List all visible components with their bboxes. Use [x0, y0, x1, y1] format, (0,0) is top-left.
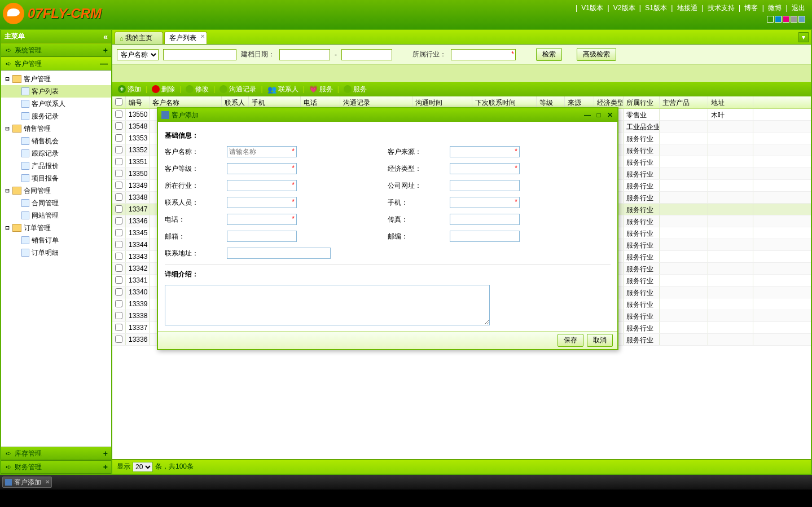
close-icon[interactable]: ✕ [606, 111, 614, 119]
econ-input[interactable] [450, 163, 520, 174]
taskbar-item[interactable]: 客户添加 ✕ [2, 477, 52, 488]
col-next[interactable]: 下次联系时间 [472, 96, 537, 108]
toolbar-button[interactable]: 删除 [150, 85, 177, 94]
row-checkbox[interactable] [115, 170, 122, 177]
menu-section-system[interactable]: ➪ 系统管理 + [1, 43, 111, 57]
row-checkbox[interactable] [115, 193, 122, 201]
pagesize-select[interactable]: 20 [133, 462, 153, 472]
date-from-input[interactable] [279, 49, 330, 60]
row-checkbox[interactable] [115, 146, 122, 153]
website-input[interactable] [450, 180, 520, 191]
top-link[interactable]: 技术支持 [706, 4, 736, 12]
tree-item[interactable]: 跟踪记录 [1, 147, 111, 160]
minimize-icon[interactable]: — [583, 111, 591, 119]
detail-textarea[interactable] [165, 285, 490, 325]
col-addr[interactable]: 地址 [708, 96, 753, 108]
save-button[interactable]: 保存 [558, 334, 583, 347]
zip-input[interactable] [450, 231, 520, 242]
tree-item[interactable]: 客户联系人 [1, 98, 111, 110]
row-checkbox[interactable] [115, 111, 122, 118]
row-checkbox[interactable] [115, 312, 122, 319]
source-input[interactable] [450, 146, 520, 157]
tree-item[interactable]: 订单明细 [1, 246, 111, 259]
tree-item[interactable]: 产品报价 [1, 160, 111, 172]
select-all-checkbox[interactable] [115, 98, 122, 105]
contact-input[interactable] [227, 197, 297, 208]
collapse-sidebar-icon[interactable]: « [103, 32, 108, 41]
top-link[interactable]: 博客 [743, 4, 759, 12]
col-name[interactable]: 客户名称 [150, 96, 222, 108]
top-link[interactable]: S1版本 [644, 4, 668, 12]
advanced-search-button[interactable]: 高级检索 [577, 48, 616, 61]
row-checkbox[interactable] [115, 229, 122, 236]
cancel-button[interactable]: 取消 [587, 334, 613, 347]
tree-item[interactable]: 销售订单 [1, 234, 111, 246]
col-time[interactable]: 沟通时间 [412, 96, 472, 108]
top-link[interactable]: V1版本 [580, 4, 604, 12]
expand-icon[interactable]: + [103, 462, 108, 471]
top-link[interactable]: 微博 [767, 4, 783, 12]
tree-item[interactable]: 合同管理 [1, 197, 111, 209]
row-checkbox[interactable] [115, 336, 122, 343]
col-econ[interactable]: 经济类型 [594, 96, 624, 108]
tab-close-icon[interactable]: ✕ [200, 33, 205, 39]
expand-icon[interactable]: + [103, 46, 108, 55]
tree-item[interactable]: 销售机会 [1, 135, 111, 147]
collapse-icon[interactable]: — [100, 59, 108, 68]
mobile-input[interactable] [450, 197, 520, 208]
menu-section-stock[interactable]: ➪ 库存管理 + [1, 447, 111, 460]
theme-dot[interactable] [775, 16, 782, 23]
col-log[interactable]: 沟通记录 [340, 96, 412, 108]
col-level[interactable]: 等级 [537, 96, 565, 108]
row-checkbox[interactable] [115, 134, 122, 142]
menu-section-finance[interactable]: ➪ 财务管理 + [1, 460, 111, 474]
search-field-select[interactable]: 客户名称 [117, 49, 159, 60]
tree-folder[interactable]: ⊟销售管理 [1, 122, 111, 135]
col-ind[interactable]: 所属行业 [624, 96, 660, 108]
email-input[interactable] [227, 231, 297, 242]
phone-input[interactable] [227, 214, 297, 225]
row-checkbox[interactable] [115, 182, 122, 189]
level-input[interactable] [227, 163, 297, 174]
expand-icon[interactable]: + [103, 449, 108, 458]
tree-toggle-icon[interactable]: ⊟ [3, 186, 11, 195]
industry-input[interactable] [227, 180, 297, 191]
industry-input[interactable] [451, 49, 516, 60]
row-checkbox[interactable] [115, 324, 122, 331]
task-close-icon[interactable]: ✕ [45, 479, 50, 485]
row-checkbox[interactable] [115, 205, 122, 213]
col-mobile[interactable]: 手机 [249, 96, 301, 108]
search-value-input[interactable] [163, 49, 236, 60]
row-checkbox[interactable] [115, 276, 122, 284]
col-prod[interactable]: 主营产品 [660, 96, 708, 108]
theme-dot[interactable] [767, 16, 774, 23]
row-checkbox[interactable] [115, 264, 122, 272]
tree-folder[interactable]: ⊟客户管理 [1, 73, 111, 85]
row-checkbox[interactable] [115, 288, 122, 296]
row-checkbox[interactable] [115, 217, 122, 224]
theme-dot[interactable] [791, 16, 797, 23]
top-link[interactable]: V2版本 [612, 4, 637, 12]
col-phone[interactable]: 电话 [301, 96, 340, 108]
tree-item[interactable]: 网站管理 [1, 209, 111, 222]
tree-toggle-icon[interactable]: ⊟ [3, 223, 11, 232]
toolbar-button[interactable]: 💗服务 [307, 85, 335, 94]
tab[interactable]: ⌂我的主页 [115, 32, 163, 44]
search-button[interactable]: 检索 [536, 48, 562, 61]
fax-input[interactable] [450, 214, 520, 225]
toolbar-button[interactable]: 修改 [183, 85, 211, 94]
tree-item[interactable]: 客户列表 [1, 85, 111, 98]
dialog-titlebar[interactable]: 客户添加 — □ ✕ [158, 108, 617, 122]
tree-toggle-icon[interactable]: ⊟ [3, 124, 11, 133]
theme-dot[interactable] [783, 16, 789, 23]
top-link[interactable]: 地接通 [676, 4, 699, 12]
col-src[interactable]: 来源 [565, 96, 594, 108]
name-input[interactable] [227, 146, 297, 157]
menu-section-customer[interactable]: ➪ 客户管理 — [1, 57, 111, 70]
tree-folder[interactable]: ⊟订单管理 [1, 222, 111, 234]
col-id[interactable]: 编号 [126, 96, 150, 108]
tree-item[interactable]: 项目报备 [1, 172, 111, 184]
address-input[interactable] [227, 248, 331, 259]
toolbar-button[interactable]: +添加 [116, 85, 143, 94]
row-checkbox[interactable] [115, 253, 122, 260]
